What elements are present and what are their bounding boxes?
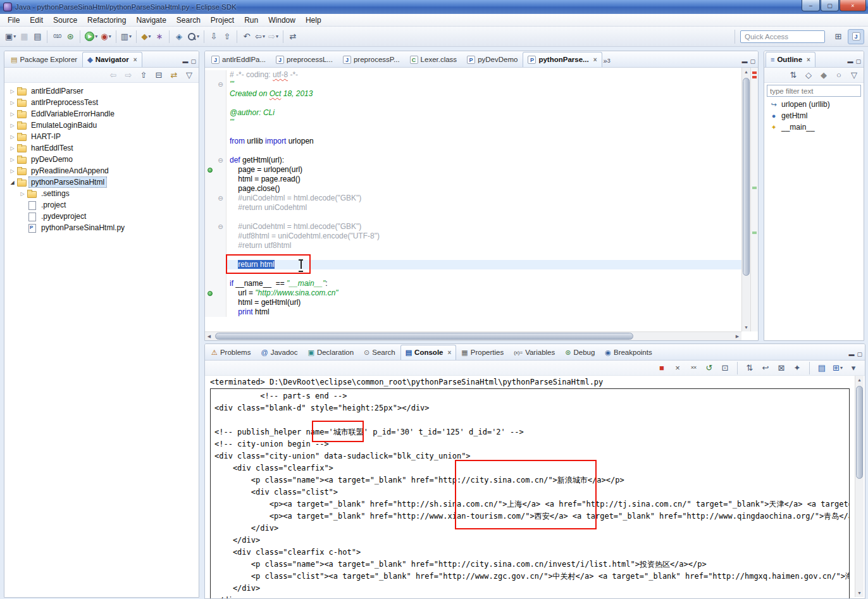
pin-console-button[interactable]: ✦ [791, 361, 803, 376]
link-with-editor-button[interactable]: ⇄ [287, 29, 299, 44]
code-text[interactable]: Created on Oct 18, 2013 [226, 89, 741, 99]
scrollbar-thumb[interactable] [215, 333, 633, 340]
twistie-icon[interactable]: ▷ [18, 191, 27, 197]
scroll-left-icon[interactable]: ◀ [205, 332, 213, 340]
editor-tab-antlreddlpa[interactable]: JantlrEddlPa... [206, 52, 271, 67]
outline-filter-input[interactable] [767, 85, 861, 97]
code-text[interactable]: @author: CLi [226, 108, 741, 118]
menu-refactoring[interactable]: Refactoring [82, 15, 131, 26]
fold-collapse-icon[interactable]: ⊖ [218, 195, 223, 202]
minimize-view-icon[interactable]: ▬ [848, 351, 854, 357]
hide-non-public-button[interactable]: ◆ [817, 68, 830, 83]
console-line[interactable]: <p><a target="_blank" href="http://www.x… [214, 510, 849, 522]
menu-project[interactable]: Project [206, 15, 239, 26]
console-line[interactable]: <div class="blank-d" style="height:25px"… [214, 402, 849, 414]
outline-item-urlopen-urllib[interactable]: ↪urlopen (urllib) [764, 99, 864, 110]
remove-all-terminated-button[interactable]: ×× [687, 361, 700, 376]
close-tab-icon[interactable]: × [593, 56, 597, 63]
menu-help[interactable]: Help [301, 15, 326, 26]
save-button[interactable]: ▦ [18, 29, 30, 44]
maximize-view-icon[interactable]: ▢ [857, 351, 862, 357]
twistie-icon[interactable]: ▷ [8, 168, 16, 174]
fold-collapse-icon[interactable]: ⊖ [218, 157, 223, 164]
menu-edit[interactable]: Edit [25, 15, 48, 26]
menu-navigate[interactable]: Navigate [131, 15, 171, 26]
console-line[interactable]: <p class="name"><a target="_blank" href=… [214, 474, 849, 486]
tree-item-project[interactable]: .project [4, 199, 199, 211]
console-line[interactable]: <p class="clist"><a target="_blank" href… [214, 571, 849, 583]
code-text[interactable]: html = getHtml(url) [226, 298, 741, 307]
minimize-button[interactable]: ‒ [802, 0, 820, 11]
maximize-view-icon[interactable]: ▢ [855, 58, 861, 65]
overview-ruler[interactable] [750, 68, 758, 331]
profile-button[interactable]: ◉▾ [99, 29, 112, 44]
twistie-icon[interactable]: ▷ [8, 157, 16, 163]
forward-button[interactable]: ⇨▾ [267, 29, 280, 44]
code-text[interactable]: return html [226, 260, 741, 269]
editor-tab-preprocessp[interactable]: JpreprocessP... [338, 52, 405, 67]
hide-static-button[interactable]: ○ [833, 68, 845, 83]
editor-tab-pydevdemo[interactable]: PpyDevDemo [462, 52, 523, 67]
view-tab-declaration[interactable]: ▣Declaration [302, 345, 359, 360]
clear-console-button[interactable]: ⊠ [775, 361, 788, 376]
code-text[interactable]: #return uniCodehtml [226, 203, 741, 213]
scroll-up-icon[interactable]: ▲ [855, 376, 864, 384]
quick-access-input[interactable] [740, 30, 825, 43]
console-output[interactable]: <!-- part-s end --><div class="blank-d" … [210, 388, 850, 598]
overview-mark[interactable] [752, 76, 757, 78]
code-text[interactable]: def getHtml(url): [226, 156, 741, 165]
code-text[interactable] [226, 146, 741, 156]
scroll-down-icon[interactable]: ▼ [855, 589, 864, 597]
close-button[interactable]: × [840, 0, 866, 11]
relaunch-button[interactable]: ↺ [703, 361, 716, 376]
scrollbar-thumb[interactable] [743, 78, 750, 276]
menu-window[interactable]: Window [263, 15, 301, 26]
editor-tab-preprocessl[interactable]: JpreprocessL... [271, 52, 338, 67]
coverage-button[interactable]: ▥▾ [120, 29, 133, 44]
console-line[interactable]: <p class="name"><a target="_blank" href=… [214, 559, 849, 571]
code-text[interactable]: from urllib import urlopen [226, 137, 741, 146]
hide-fields-button[interactable]: ◇ [802, 68, 815, 83]
view-tab-package-explorer[interactable]: ▤Package Explorer [6, 52, 82, 67]
scrollbar-thumb[interactable] [856, 386, 863, 479]
title-bar[interactable]: Java - pythonParseSinaHtml/pythonParseSi… [0, 0, 868, 14]
tree-item-antlreddlparser[interactable]: ▷antlrEddlParser [4, 85, 199, 97]
console-line[interactable]: </div> [214, 583, 849, 595]
view-tab-outline[interactable]: ≡Outline× [766, 52, 815, 67]
display-selected-console-button[interactable]: ▤ [815, 361, 828, 376]
code-text[interactable]: #utf8html = uniCodehtml.encode("UTF-8") [226, 232, 741, 241]
view-tab-javadoc[interactable]: @Javadoc [256, 345, 302, 360]
scroll-down-icon[interactable]: ▼ [742, 323, 750, 331]
overview-mark[interactable] [752, 71, 757, 74]
code-area[interactable]: # -*- coding: utf-8 -*-⊖'''Created on Oc… [205, 68, 741, 331]
console-line[interactable]: <p><a target="_blank" href="http://sh.si… [214, 498, 849, 510]
console-line[interactable]: </div> [214, 522, 849, 534]
view-tab-problems[interactable]: ⚠Problems [206, 345, 256, 360]
twistie-icon[interactable]: ▷ [8, 134, 16, 140]
code-text[interactable]: if __name__ == "__main__": [226, 279, 741, 288]
console-line[interactable]: <div class="city-union" data-sudaclick="… [214, 450, 849, 462]
menu-search[interactable]: Search [171, 15, 206, 26]
explorer-view-menu-button[interactable]: ▽ [183, 68, 195, 83]
outline-item-gethtml[interactable]: ●getHtml [764, 110, 864, 121]
view-tab-search[interactable]: ⊙Search [359, 345, 400, 360]
code-text[interactable] [226, 250, 741, 260]
code-text[interactable]: page.close() [226, 184, 741, 194]
view-tab-navigator[interactable]: ◈Navigator× [82, 52, 142, 67]
outline-item-main[interactable]: ✦__main__ [764, 121, 864, 133]
new-console-view-button[interactable]: ▾ [847, 361, 860, 376]
scroll-lock-button[interactable]: ⇅ [743, 361, 756, 376]
minimize-view-icon[interactable]: ▬ [182, 58, 188, 65]
last-edit-location-button[interactable]: ↶ [240, 29, 253, 44]
console-line[interactable]: <div class="clearfix c-hot"> [214, 547, 849, 559]
console-line[interactable]: </div> [214, 534, 849, 547]
console-line[interactable]: <div class="clist"> [214, 486, 849, 498]
twistie-icon[interactable]: ▷ [8, 100, 16, 106]
view-tab-breakpoints[interactable]: ◉Breakpoints [600, 345, 657, 360]
tree-item-pydevdemo[interactable]: ▷pyDevDemo [4, 154, 199, 165]
maximize-button[interactable]: ▢ [821, 0, 839, 11]
maximize-view-icon[interactable]: ▢ [750, 58, 755, 65]
console-line[interactable]: <!-- part-s end --> [214, 390, 849, 402]
tree-item-harteddltest[interactable]: ▷hartEddlTest [4, 142, 199, 154]
editor-tab-lexer-class[interactable]: CLexer.class [405, 52, 462, 67]
